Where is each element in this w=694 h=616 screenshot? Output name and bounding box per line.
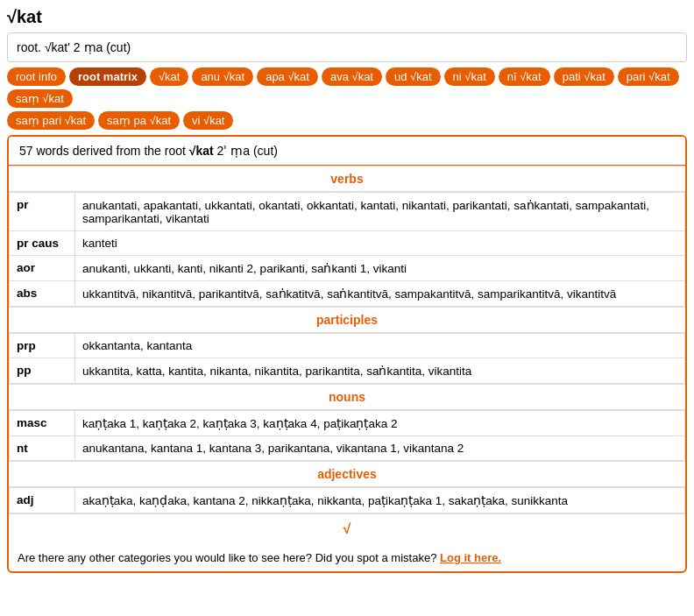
tag-ni-sqrtkat[interactable]: ni √kat bbox=[444, 67, 495, 86]
summary-text: words derived from the root bbox=[36, 144, 188, 158]
table-row: ppukkantita, katta, kantita, nikanta, ni… bbox=[10, 358, 685, 384]
row-label: aor bbox=[10, 256, 75, 281]
footer-symbol-row: √ bbox=[9, 513, 685, 544]
row-content: ukkantitvā, nikantitvā, parikantitvā, sa… bbox=[75, 281, 685, 307]
row-content: anukantana, kantana 1, kantana 3, parika… bbox=[75, 436, 685, 461]
tag-apa-sqrtkat[interactable]: apa √kat bbox=[257, 67, 318, 86]
tag-anu-sqrtkat[interactable]: anu √kat bbox=[192, 67, 253, 86]
table-row: pranukantati, apakantati, ukkantati, oka… bbox=[10, 193, 685, 231]
section-header-verbs: verbs bbox=[9, 166, 685, 192]
table-row: masckaṇṭaka 1, kaṇṭaka 2, kaṇṭaka 3, kaṇ… bbox=[10, 411, 685, 436]
log-link[interactable]: Log it here. bbox=[440, 551, 501, 564]
row-content: anukanti, ukkanti, kanti, nikanti 2, par… bbox=[75, 256, 685, 281]
page-title: √kat bbox=[7, 7, 687, 27]
summary-header: 57 words derived from the root √kat 2ʾ ṃ… bbox=[9, 137, 685, 166]
row-content: kaṇṭaka 1, kaṇṭaka 2, kaṇṭaka 3, kaṇṭaka… bbox=[75, 411, 685, 436]
bottom-note: Are there any other categories you would… bbox=[9, 544, 685, 571]
table-row: prpokkantanta, kantanta bbox=[10, 334, 685, 358]
word-count: 57 bbox=[19, 144, 33, 158]
row-content: anukantati, apakantati, ukkantati, okant… bbox=[75, 193, 685, 231]
tag-root-info[interactable]: root info bbox=[7, 67, 66, 86]
table-row: aoranukanti, ukkanti, kanti, nikanti 2, … bbox=[10, 256, 685, 281]
row-label: pr bbox=[10, 193, 75, 231]
sections-container: verbspranukantati, apakantati, ukkantati… bbox=[9, 166, 685, 513]
footer-symbol: √ bbox=[343, 521, 351, 536]
search-input[interactable] bbox=[7, 32, 687, 62]
tag-ava-sqrtkat[interactable]: ava √kat bbox=[322, 67, 382, 86]
tag-saṃ-pari-sqrtkat[interactable]: saṃ pari √kat bbox=[7, 111, 95, 130]
row-content: okkantanta, kantanta bbox=[75, 334, 685, 358]
bottom-note-text: Are there any other categories you would… bbox=[18, 551, 440, 564]
word-table-nouns: masckaṇṭaka 1, kaṇṭaka 2, kaṇṭaka 3, kaṇ… bbox=[9, 410, 685, 461]
tag-pari-sqrtkat[interactable]: pari √kat bbox=[618, 67, 679, 86]
row-label: nt bbox=[10, 436, 75, 461]
table-row: adjakaṇṭaka, kaṇḍaka, kantana 2, nikkaṇṭ… bbox=[10, 488, 685, 513]
row-label: pp bbox=[10, 358, 75, 384]
table-row: absukkantitvā, nikantitvā, parikantitvā,… bbox=[10, 281, 685, 307]
word-table-verbs: pranukantati, apakantati, ukkantati, oka… bbox=[9, 192, 685, 307]
row-label: adj bbox=[10, 488, 75, 513]
tags-row-2: saṃ pari √katsaṃ pa √katvi √kat bbox=[7, 111, 687, 130]
row-label: prp bbox=[10, 334, 75, 358]
tag-saṃ-pa-sqrtkat[interactable]: saṃ pa √kat bbox=[98, 111, 180, 130]
table-row: ntanukantana, kantana 1, kantana 3, pari… bbox=[10, 436, 685, 461]
row-content: akaṇṭaka, kaṇḍaka, kantana 2, nikkaṇṭaka… bbox=[75, 488, 685, 513]
row-label: pr caus bbox=[10, 231, 75, 256]
summary-definition: 2ʾ ṃa (cut) bbox=[217, 144, 278, 158]
row-content: ukkantita, katta, kantita, nikanta, nika… bbox=[75, 358, 685, 384]
tag-root-matrix[interactable]: root matrix bbox=[69, 67, 146, 86]
word-table-participles: prpokkantanta, kantantappukkantita, katt… bbox=[9, 333, 685, 384]
tag-saṃ-sqrtkat[interactable]: saṃ √kat bbox=[7, 89, 73, 108]
tag-nī-sqrtkat[interactable]: nī √kat bbox=[499, 67, 550, 86]
main-content-box: 57 words derived from the root √kat 2ʾ ṃ… bbox=[7, 135, 687, 573]
root-label: √kat bbox=[189, 144, 214, 158]
tags-row: root inforoot matrix√katanu √katapa √kat… bbox=[7, 67, 687, 108]
table-row: pr causkanteti bbox=[10, 231, 685, 256]
section-header-participles: participles bbox=[9, 307, 685, 333]
tag-ud-sqrtkat[interactable]: ud √kat bbox=[386, 67, 441, 86]
tag-vi-sqrtkat[interactable]: vi √kat bbox=[183, 111, 233, 130]
section-header-nouns: nouns bbox=[9, 384, 685, 410]
row-content: kanteti bbox=[75, 231, 685, 256]
row-label: masc bbox=[10, 411, 75, 436]
word-table-adjectives: adjakaṇṭaka, kaṇḍaka, kantana 2, nikkaṇṭ… bbox=[9, 487, 685, 513]
row-label: abs bbox=[10, 281, 75, 307]
tag-sqrtkat[interactable]: √kat bbox=[150, 67, 188, 86]
tag-pati-sqrtkat[interactable]: pati √kat bbox=[554, 67, 614, 86]
section-header-adjectives: adjectives bbox=[9, 461, 685, 487]
